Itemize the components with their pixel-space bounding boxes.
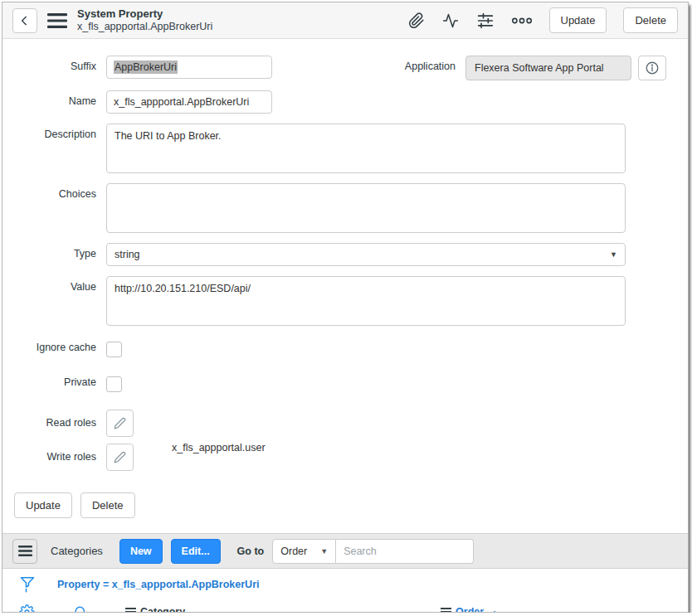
breadcrumb-filter-link[interactable]: Property = x_fls_appportal.AppBrokerUri [57,579,259,590]
header-actions: Update Delete [408,7,679,33]
goto-controls: Order ▼ [272,539,474,564]
activity-stream-icon[interactable] [441,12,460,29]
hamburger-icon [47,13,67,28]
name-label: Name [2,90,106,107]
footer-update-button[interactable]: Update [14,492,72,518]
related-list-title: Categories [51,545,103,557]
goto-select-value: Order [280,546,307,557]
new-button[interactable]: New [119,539,163,564]
goto-column-select[interactable]: Order ▼ [272,539,336,564]
row-type: Type string ▼ [2,243,688,266]
choices-textarea[interactable] [106,183,626,233]
suffix-input[interactable]: AppBrokerUri [106,56,272,79]
row-suffix-application: Suffix AppBrokerUri Application Flexera … [2,56,688,80]
back-button[interactable] [12,8,37,33]
description-textarea[interactable]: The URI to App Broker. [106,124,626,173]
list-search-input[interactable] [336,539,474,564]
hamburger-icon [125,608,136,613]
write-roles-edit-button[interactable] [106,444,134,471]
application-field: Flexera Software App Portal [465,56,631,80]
ignore-cache-checkbox[interactable] [106,342,122,357]
suffix-label: Suffix [2,56,106,72]
application-label: Application [405,56,465,72]
more-options-icon[interactable] [511,16,533,26]
pencil-icon [114,451,126,463]
row-value: Value http://10.20.151.210/ESD/api/ [2,276,688,326]
row-read-roles: Read roles [2,410,688,437]
edit-button[interactable]: Edit... [171,539,221,564]
footer-delete-button[interactable]: Delete [80,492,135,518]
column-header-category[interactable]: Category [125,606,185,613]
column-header-order[interactable]: Order ▲ [441,606,499,613]
row-write-roles: Write roles x_fls_appportal.user [2,444,688,471]
row-name: Name [2,90,688,114]
row-description: Description The URI to App Broker. [2,124,688,173]
record-title-block: System Property x_fls_appportal.AppBroke… [77,8,212,32]
magnifier-icon[interactable] [73,604,89,614]
list-columns-header: Category Order ▲ [2,599,688,613]
row-private: Private [2,375,688,392]
description-label: Description [2,124,106,140]
suffix-selected-text: AppBrokerUri [114,61,178,74]
type-select[interactable]: string ▼ [106,243,626,266]
application-info-button[interactable] [638,56,666,80]
value-textarea[interactable]: http://10.20.151.210/ESD/api/ [106,276,626,326]
value-label: Value [2,276,106,293]
form-context-menu-button[interactable] [47,13,67,28]
application-group: Application Flexera Software App Portal [405,56,688,80]
related-list-header: Categories New Edit... Go to Order ▼ [2,533,688,569]
type-label: Type [2,243,106,259]
choices-label: Choices [2,183,106,200]
sliders-icon[interactable] [476,12,495,29]
related-list-menu-button[interactable] [12,539,37,564]
page-title: System Property [77,8,212,21]
paperclip-icon[interactable] [408,12,425,29]
system-property-window: System Property x_fls_appportal.AppBroke… [2,2,689,613]
hamburger-icon [18,546,32,556]
goto-label: Go to [237,546,265,557]
private-label: Private [2,375,106,388]
name-input[interactable] [106,90,272,114]
form-body: Suffix AppBrokerUri Application Flexera … [2,39,688,531]
gear-icon[interactable] [19,604,35,614]
read-roles-edit-button[interactable] [106,410,134,437]
funnel-icon[interactable] [19,575,36,594]
hamburger-icon [441,608,451,613]
write-roles-label: Write roles [2,444,106,463]
form-header: System Property x_fls_appportal.AppBroke… [2,2,688,39]
form-footer: Update Delete [2,481,688,531]
caret-down-icon: ▼ [320,547,328,555]
caret-down-icon: ▼ [610,250,617,259]
header-delete-button[interactable]: Delete [623,7,678,33]
row-ignore-cache: Ignore cache [2,340,688,357]
type-select-value: string [115,249,140,260]
list-filter-row: Property = x_fls_appportal.AppBrokerUri [2,569,688,599]
column-label-order: Order [456,606,484,613]
write-roles-value: x_fls_appportal.user [134,436,266,454]
info-circle-icon [645,61,660,75]
private-checkbox[interactable] [106,376,122,392]
record-subtitle: x_fls_appportal.AppBrokerUri [77,21,212,32]
header-update-button[interactable]: Update [549,7,607,33]
read-roles-label: Read roles [2,410,106,429]
chevron-left-icon [18,14,32,27]
column-label-category: Category [140,606,185,613]
ignore-cache-label: Ignore cache [2,340,106,353]
pencil-icon [114,417,126,429]
row-choices: Choices [2,183,688,233]
sort-ascending-icon: ▲ [490,608,499,614]
